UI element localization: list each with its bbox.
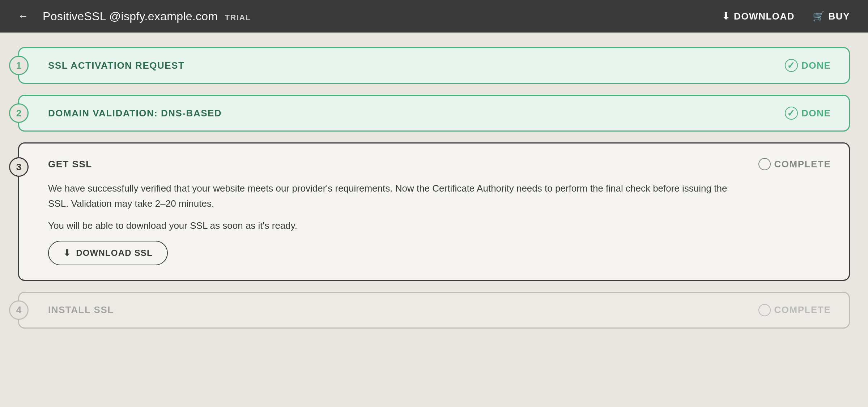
download-ssl-button[interactable]: ⬇ DOWNLOAD SSL: [48, 241, 168, 265]
step-3-header: GET SSL COMPLETE: [48, 158, 831, 170]
step-3-status: COMPLETE: [758, 158, 831, 170]
buy-button[interactable]: 🛒 BUY: [813, 11, 850, 22]
navbar-right: ⬇ DOWNLOAD 🛒 BUY: [722, 11, 850, 22]
step-2-row: DOMAIN VALIDATION: DNS-BASED ✓ DONE: [48, 96, 831, 130]
page-title: PositiveSSL @ispfy.example.com TRIAL: [43, 10, 251, 23]
step-3-body: We have successfully verified that your …: [48, 181, 831, 265]
step-2-number: 2: [9, 103, 29, 123]
navbar-left: ← PositiveSSL @ispfy.example.com TRIAL: [18, 10, 251, 23]
download-icon: ⬇: [722, 11, 731, 22]
step-1-number: 1: [9, 56, 29, 75]
step-3-label: GET SSL: [48, 159, 92, 170]
step-4-card: 4 INSTALL SSL COMPLETE: [18, 292, 850, 329]
main-content: 1 SSL ACTIVATION REQUEST ✓ DONE 2 DOMAIN…: [0, 33, 868, 343]
step-2-card: 2 DOMAIN VALIDATION: DNS-BASED ✓ DONE: [18, 95, 850, 132]
step-4-number: 4: [9, 300, 29, 320]
step-1-card: 1 SSL ACTIVATION REQUEST ✓ DONE: [18, 47, 850, 84]
step-1-row: SSL ACTIVATION REQUEST ✓ DONE: [48, 48, 831, 83]
step-4-status: COMPLETE: [758, 304, 831, 316]
step-1-check-icon: ✓: [785, 59, 798, 72]
step-3-description2: You will be able to download your SSL as…: [48, 218, 735, 234]
download-ssl-icon: ⬇: [63, 248, 71, 258]
step-3-description1: We have successfully verified that your …: [48, 181, 735, 211]
step-4-circle-icon: [758, 304, 771, 316]
step-4-label: INSTALL SSL: [48, 304, 114, 316]
navbar: ← PositiveSSL @ispfy.example.com TRIAL ⬇…: [0, 0, 868, 33]
step-3-card: 3 GET SSL COMPLETE We have successfully …: [18, 142, 850, 281]
step-2-label: DOMAIN VALIDATION: DNS-BASED: [48, 108, 222, 119]
step-1-status: ✓ DONE: [785, 59, 831, 72]
download-button[interactable]: ⬇ DOWNLOAD: [722, 11, 795, 22]
cart-icon: 🛒: [813, 11, 825, 22]
step-2-check-icon: ✓: [785, 107, 798, 120]
step-3-circle-icon: [758, 158, 771, 170]
back-button[interactable]: ←: [18, 10, 28, 22]
trial-badge: TRIAL: [225, 13, 251, 22]
step-1-label: SSL ACTIVATION REQUEST: [48, 60, 184, 71]
step-4-row: INSTALL SSL COMPLETE: [48, 293, 831, 327]
step-2-status: ✓ DONE: [785, 107, 831, 120]
step-3-number: 3: [9, 157, 29, 177]
